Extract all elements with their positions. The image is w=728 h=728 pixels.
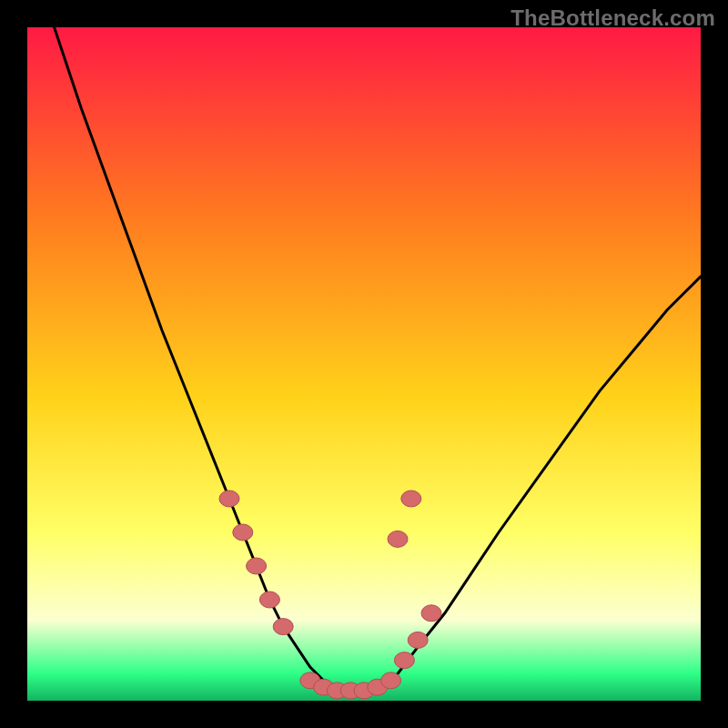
curve-marker: [421, 605, 441, 622]
curve-marker: [219, 490, 239, 507]
curve-marker: [273, 619, 293, 635]
curve-marker: [233, 524, 253, 541]
curve-marker: [247, 558, 267, 574]
curve-marker: [394, 652, 414, 669]
curve-marker: [259, 592, 279, 608]
gradient-background: [27, 27, 701, 701]
chart-frame: [27, 27, 701, 701]
curve-marker: [408, 632, 428, 648]
curve-marker: [388, 531, 408, 547]
curve-marker: [381, 672, 401, 689]
bottleneck-chart: [27, 27, 701, 701]
curve-marker: [401, 490, 421, 507]
